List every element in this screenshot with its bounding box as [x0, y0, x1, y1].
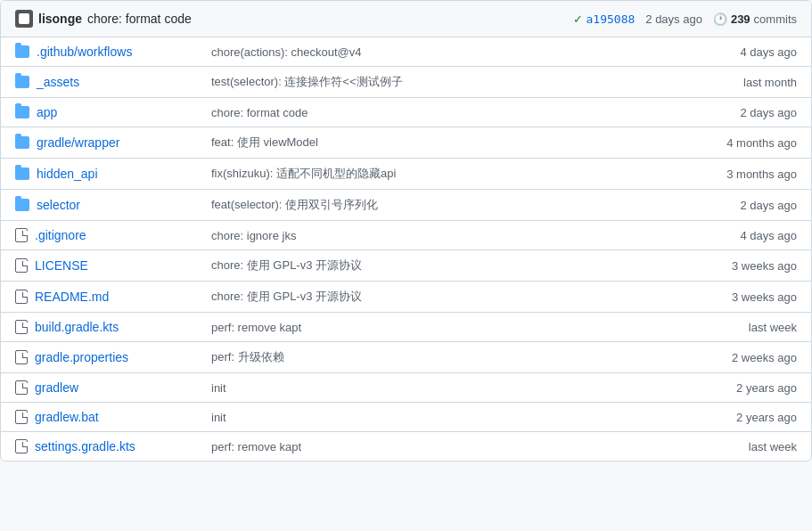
file-icon [15, 439, 28, 453]
commit-status: ✓ a195088 [573, 12, 636, 26]
file-name-text: README.md [35, 290, 109, 304]
time-text: last month [743, 76, 797, 89]
table-row: gradlew init 2 years ago [1, 373, 811, 403]
commit-message-cell: feat: 使用 viewModel [197, 127, 695, 159]
time-text: 2 years ago [736, 381, 797, 395]
commits-link[interactable]: 🕐 239 commits [713, 12, 797, 26]
file-name-cell: _assets [1, 67, 197, 98]
folder-icon [15, 106, 29, 118]
commit-message-cell: chore: 使用 GPL-v3 开源协议 [197, 282, 695, 313]
commit-time: 2 days ago [645, 12, 702, 26]
file-name-text: hidden_api [37, 167, 98, 181]
commit-msg-text: feat(selector): 使用双引号序列化 [211, 198, 378, 211]
time-text: 4 days ago [740, 229, 797, 242]
file-link[interactable]: gradlew.bat [15, 410, 183, 424]
time-text: last week [749, 440, 797, 453]
time-text: 2 days ago [740, 199, 797, 212]
commit-message-cell: fix(shizuku): 适配不同机型的隐藏api [197, 159, 695, 190]
file-link[interactable]: README.md [15, 290, 183, 304]
time-text: 2 years ago [736, 411, 797, 424]
time-cell: 2 years ago [695, 403, 811, 432]
time-cell: last week [695, 313, 811, 342]
file-icon [15, 320, 28, 334]
file-icon [15, 258, 28, 273]
file-name-cell: settings.gradle.kts [1, 432, 197, 462]
table-row: _assets test(selector): 连接操作符<<测试例子 last… [1, 67, 811, 98]
file-link[interactable]: LICENSE [15, 258, 183, 273]
svg-rect-0 [19, 13, 29, 24]
time-text: last week [749, 321, 797, 334]
time-text: 2 days ago [740, 106, 797, 119]
commit-message-cell: perf: remove kapt [197, 432, 695, 462]
commit-msg-text: chore(actions): checkout@v4 [211, 45, 362, 59]
file-name-cell: README.md [1, 282, 197, 313]
file-link[interactable]: gradle/wrapper [15, 135, 183, 150]
file-name-cell: gradlew [1, 373, 197, 403]
commit-msg-text: init [211, 381, 226, 395]
file-name-text: .gitignore [35, 228, 86, 242]
commit-message-cell: test(selector): 连接操作符<<测试例子 [197, 67, 695, 98]
commit-message-cell: perf: remove kapt [197, 313, 695, 342]
table-row: selector feat(selector): 使用双引号序列化 2 days… [1, 190, 811, 221]
table-row: LICENSE chore: 使用 GPL-v3 开源协议 3 weeks ag… [1, 250, 811, 282]
file-link[interactable]: selector [15, 198, 183, 212]
file-link[interactable]: build.gradle.kts [15, 320, 183, 334]
file-name-text: LICENSE [35, 258, 88, 273]
commit-msg-text: perf: remove kapt [211, 440, 301, 453]
file-name-text: selector [37, 198, 80, 212]
file-link[interactable]: gradlew [15, 380, 183, 395]
file-icon [15, 228, 28, 242]
file-name-text: app [37, 105, 57, 119]
table-row: gradle/wrapper feat: 使用 viewModel 4 mont… [1, 127, 811, 159]
file-name-text: .github/workflows [37, 45, 132, 59]
table-row: README.md chore: 使用 GPL-v3 开源协议 3 weeks … [1, 282, 811, 313]
table-row: app chore: format code 2 days ago [1, 98, 811, 127]
repository-file-browser: lisonge chore: format code ✓ a195088 2 d… [0, 0, 812, 462]
file-name-cell: .gitignore [1, 221, 197, 250]
commit-msg-text: init [211, 411, 226, 424]
file-icon [15, 380, 28, 395]
history-icon: 🕐 [713, 12, 727, 26]
file-link[interactable]: .github/workflows [15, 45, 183, 59]
table-row: hidden_api fix(shizuku): 适配不同机型的隐藏api 3 … [1, 159, 811, 190]
file-link[interactable]: app [15, 105, 183, 119]
commit-author[interactable]: lisonge [38, 12, 82, 26]
file-icon [15, 410, 28, 424]
file-name-cell: app [1, 98, 197, 127]
file-link[interactable]: settings.gradle.kts [15, 439, 183, 453]
file-name-text: gradle/wrapper [37, 135, 119, 150]
file-icon [15, 350, 28, 364]
table-row: gradlew.bat init 2 years ago [1, 403, 811, 432]
commit-msg-text: fix(shizuku): 适配不同机型的隐藏api [211, 167, 396, 180]
folder-icon [15, 76, 29, 88]
file-name-text: build.gradle.kts [35, 320, 119, 334]
table-row: .gitignore chore: ignore jks 4 days ago [1, 221, 811, 250]
file-name-cell: LICENSE [1, 250, 197, 282]
file-link[interactable]: hidden_api [15, 167, 183, 181]
commit-message-cell: chore: ignore jks [197, 221, 695, 250]
folder-icon [15, 199, 29, 211]
file-link[interactable]: gradle.properties [15, 350, 183, 364]
time-cell: last month [695, 67, 811, 98]
commits-label: commits [754, 12, 797, 26]
commit-message: chore: format code [87, 12, 192, 26]
commit-msg-text: chore: format code [211, 106, 308, 119]
time-cell: 3 weeks ago [695, 250, 811, 282]
commit-msg-text: perf: remove kapt [211, 321, 301, 334]
folder-icon [15, 136, 29, 149]
file-name-text: gradlew.bat [35, 410, 99, 424]
avatar [15, 10, 33, 28]
commit-hash-link[interactable]: a195088 [586, 12, 636, 26]
file-link[interactable]: _assets [15, 75, 183, 89]
file-link[interactable]: .gitignore [15, 228, 183, 242]
file-name-text: settings.gradle.kts [35, 439, 135, 453]
folder-icon [15, 45, 29, 58]
commit-message-cell: init [197, 403, 695, 432]
time-cell: 4 months ago [695, 127, 811, 159]
time-cell: 2 weeks ago [695, 342, 811, 373]
file-table: .github/workflows chore(actions): checko… [1, 37, 811, 461]
file-name-cell: build.gradle.kts [1, 313, 197, 342]
file-name-cell: .github/workflows [1, 37, 197, 67]
file-icon [15, 290, 28, 304]
file-name-text: gradle.properties [35, 350, 128, 364]
